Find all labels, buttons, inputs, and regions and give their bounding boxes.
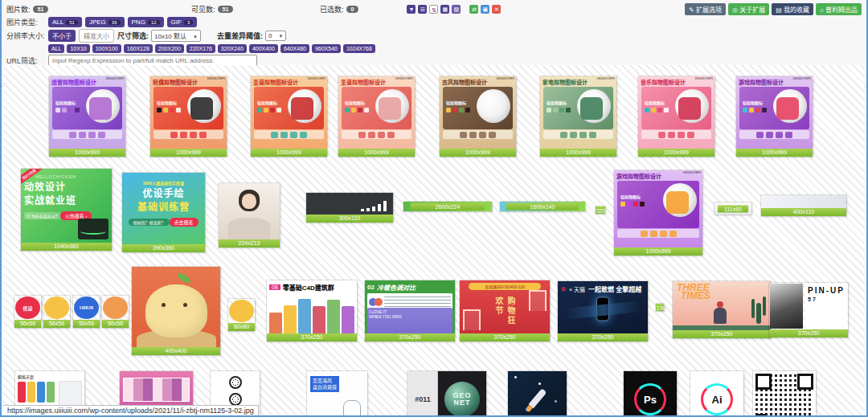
image-tile-thin[interactable]: 2600x224 [403,202,492,211]
size-button-all[interactable]: ALL [48,44,64,53]
size-button-220x176[interactable]: 220X176 [186,44,215,53]
image-tile-sailor[interactable]: 恋恋海风蓝白清爽搭 [307,371,367,415]
image-locate-icon[interactable]: ▣ [481,5,489,14]
mini-icon [756,132,764,138]
poster-hero-glyph [776,97,799,120]
refresh-sync-icon[interactable]: ⇄ [469,5,478,14]
eye [183,303,187,307]
mini-icon [669,231,677,237]
poster-corner-text: DESIGN STEPS [597,78,615,81]
poster-tag-text: 轻拟物图标 [157,100,177,105]
poster-mini-icons [52,130,122,139]
mini-icon [641,231,648,237]
image-tile-rocket[interactable] [508,371,567,415]
list-view-icon[interactable]: ☰ [418,5,427,14]
size-button-400x400[interactable]: 400X400 [249,44,278,53]
pinup-number: 57 [808,295,845,304]
image-tile-photo[interactable]: 224x213 [219,183,280,247]
image-tile-potato[interactable]: 400x400 [132,267,220,355]
image-tile-huawei[interactable]: ✿× 天猫一起敢燃 全擎超越370x250 [558,281,648,341]
link-button-3[interactable]: ⌂ 普利姆出品 [816,3,862,15]
lesson-number: 02 [367,284,375,291]
image-tile-course2[interactable]: 5000人都选择的手绘课优设手绘基础训练营想搞钱？想涨薪？点击报名390x360 [122,173,205,252]
course-title-line1: 优设手绘 [126,186,201,199]
photo-band [123,378,190,402]
size-label: 1000x999 [614,247,702,256]
image-tile-poster[interactable]: 圣诞拟物图标设计DESIGN STEPS轻拟物图标1000x999 [338,76,415,157]
type-badge-png[interactable]: PNG12 [128,17,164,27]
image-tile-chart[interactable]: 300x110 [306,193,393,223]
not-less-than-button[interactable]: 不小于 [48,30,76,42]
size-filter-select[interactable]: 10x10 默认▼ [151,30,201,42]
size-button-640x480[interactable]: 640X480 [280,44,309,53]
type-badge-gif[interactable]: GIF3 [167,17,198,27]
thumbnail-view-icon[interactable]: ▦ [440,5,449,14]
image-tile-poster[interactable]: 运营拟物图标设计DESIGN STEPS轻拟物图标1000x999 [49,76,125,157]
image-tile-c4d[interactable]: 08零基础C4D建筑群370x250 [267,280,357,341]
image-tile-circle[interactable]: 56x56 [43,296,70,328]
image-tile-three[interactable]: THREETIMES370x250 [673,281,771,338]
image-tile-geo[interactable]: GEONET [438,371,486,415]
image-tile-poster[interactable]: 圣诞拟物图标设计DESIGN STEPS轻拟物图标1000x999 [251,76,327,157]
link-button-0[interactable]: ✎ 扩展选项 [685,3,726,15]
link-button-2[interactable]: ▤ 我的收藏 [772,3,813,15]
image-tile-circle[interactable]: 80x80 [228,299,255,331]
link-button-1[interactable]: ◎ 关于扩展 [728,3,769,15]
image-tile-poster[interactable]: 家电拟物图标设计DESIGN STEPS轻拟物图标1000x999 [540,76,616,157]
image-tile-circle[interactable]: 56x56 [102,296,129,328]
image-thumbnail: 运营拟物图标设计DESIGN STEPS轻拟物图标 [49,76,125,149]
course-title-line1: 动效设计 [24,179,108,193]
image-tile-ai[interactable]: Ai [690,371,743,415]
size-button-960x540[interactable]: 960X540 [312,44,341,53]
size-button-100x100[interactable]: 100X100 [92,44,121,53]
image-tile-chip[interactable]: 320x [596,206,605,214]
image-tile-card011[interactable]: #011 [407,371,438,415]
image-preview-icon[interactable]: ▧ [452,5,461,14]
sort-order-icon[interactable]: ⇅ [429,5,438,14]
image-tile-qr[interactable] [753,371,816,415]
image-thumbnail [43,296,70,320]
exact-size-button[interactable]: 精准大小 [79,29,114,43]
image-tile-course1[interactable]: 限时特惠HELLOCHICKEN动效设计实战就业班☑ 为什么这么火?火热报名 ›… [21,169,112,251]
dedup-threshold-select[interactable]: 0▼ [265,31,286,41]
image-tile-circle[interactable]: UIIIUII56x56 [73,296,100,328]
image-tile-chip[interactable]: 19x [656,304,664,311]
image-tile-chip[interactable]: 111x60 [714,202,751,215]
image-tile-poster[interactable]: 游戏拟物图标设计DESIGN STEPS轻拟物图标1000x999 [614,170,702,256]
seal-emblem-icon [229,376,242,389]
size-label: 400x400 [132,347,220,355]
signup-button[interactable]: 点击报名 [170,218,199,227]
mini-icon [658,132,665,138]
mini-icon [785,132,792,138]
image-tile-poster[interactable]: 玩偶拟物图标设计DESIGN STEPS轻拟物图标1000x999 [150,76,227,157]
swatch [62,108,67,112]
image-tile-banner[interactable]: 400x110 [761,195,846,216]
size-button-320x240[interactable]: 320X240 [218,44,247,53]
type-badge-jpeg[interactable]: JPEG36 [85,17,125,27]
poster-mini-icons [154,130,223,139]
image-tile-colorcourse[interactable]: 02冷暖色调对比I LOVE ITWHEN YOU SING370x250 [365,280,455,341]
size-label: 370x250 [460,333,550,341]
poster-title-text: 圣诞拟物图标设计 [253,78,298,86]
image-tile-poster[interactable]: 游戏拟物图标设计DESIGN STEPS轻拟物图标1000x999 [736,76,813,157]
size-button-200x200[interactable]: 200X200 [155,44,184,53]
mini-icon [180,132,187,138]
size-button-160x128[interactable]: 160X128 [124,44,153,53]
poster-hero-glyph [190,97,213,120]
filter-funnel-icon[interactable]: ▼ [407,5,416,14]
image-tile-pinup[interactable]: PIN-UP57370x250 [769,283,848,337]
image-tile-thin[interactable]: 1600x140 [500,202,585,211]
size-button-10x10[interactable]: 10X10 [67,44,89,53]
size-label: 19x [657,304,663,311]
image-thumbnail: 家电拟物图标设计DESIGN STEPS轻拟物图标 [540,76,616,149]
size-button-1024x768[interactable]: 1024X768 [343,44,375,53]
close-icon[interactable]: ✕ [492,5,501,14]
image-tile-shopping[interactable]: 全场满200-50/400-110购物狂欢节370x250 [460,280,550,341]
image-tile-poster[interactable]: 古风拟物图标设计DESIGN STEPS轻拟物图标1000x999 [440,76,516,157]
mini-icon [199,132,207,138]
image-tile-ps[interactable]: Ps [624,371,677,415]
image-tile-circle[interactable]: 优设56x56 [14,296,41,328]
image-tile-poster[interactable]: 音乐拟物图标设计DESIGN STEPS轻拟物图标1000x999 [638,76,714,157]
type-badge-all[interactable]: ALL51 [48,17,82,27]
size-label: 80x80 [228,323,255,331]
